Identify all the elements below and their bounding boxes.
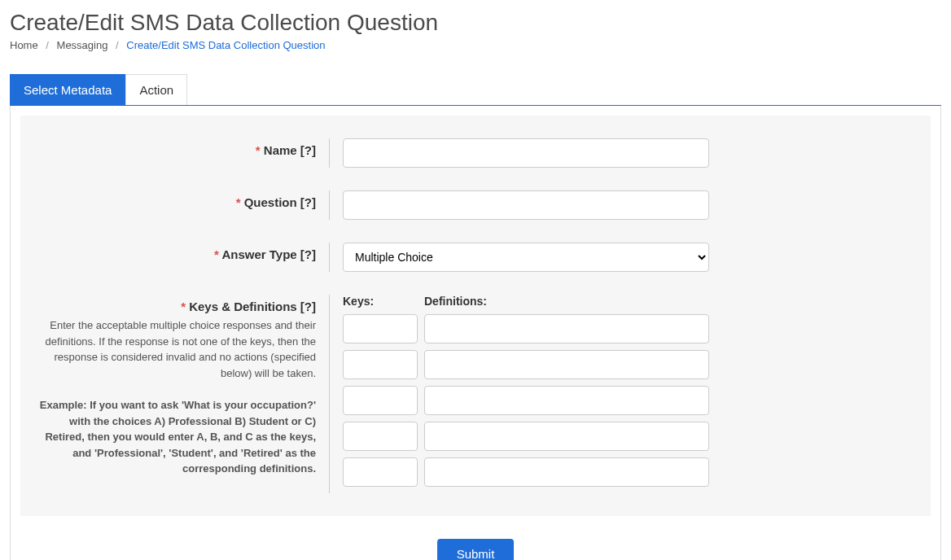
required-marker: * [181, 300, 186, 313]
key-input[interactable] [343, 386, 418, 415]
keys-definitions-label-text: Keys & Definitions [189, 300, 297, 313]
input-col [330, 190, 916, 220]
question-input[interactable] [343, 190, 709, 220]
keys-header: Keys: [343, 295, 418, 308]
required-marker: * [256, 143, 261, 157]
form-row-keys-definitions: * Keys & Definitions [?] Enter the accep… [35, 295, 916, 493]
tab-action[interactable]: Action [125, 74, 187, 105]
breadcrumb-messaging[interactable]: Messaging [57, 39, 108, 51]
key-input[interactable] [343, 422, 418, 451]
submit-button[interactable]: Submit [437, 539, 515, 560]
key-input[interactable] [343, 457, 418, 487]
input-col: Multiple Choice [330, 243, 916, 272]
tab-select-metadata[interactable]: Select Metadata [10, 74, 125, 105]
key-def-row [343, 314, 916, 343]
form-row-question: * Question [?] [35, 190, 916, 220]
key-def-row [343, 457, 916, 487]
label-col: * Name [?] [35, 138, 330, 168]
breadcrumb-separator: / [116, 39, 119, 51]
keys-definitions-label: * Keys & Definitions [?] [181, 300, 316, 313]
definition-input[interactable] [424, 386, 709, 415]
required-marker: * [214, 247, 219, 261]
keys-definitions-example: Example: If you want to ask 'What is you… [35, 397, 316, 477]
key-def-row [343, 386, 916, 415]
breadcrumb-home[interactable]: Home [10, 39, 38, 51]
label-col: * Answer Type [?] [35, 243, 330, 272]
keys-definitions-header: Keys: Definitions: [343, 295, 916, 308]
tab-content: * Name [?] * Question [?] [10, 106, 941, 560]
definition-input[interactable] [424, 422, 709, 451]
answer-type-select[interactable]: Multiple Choice [343, 243, 709, 272]
form-panel: * Name [?] * Question [?] [20, 116, 931, 516]
answer-type-label: * Answer Type [?] [214, 247, 316, 261]
label-col: * Keys & Definitions [?] Enter the accep… [35, 295, 330, 493]
help-icon[interactable]: [?] [300, 247, 316, 261]
page-title: Create/Edit SMS Data Collection Question [10, 10, 941, 36]
breadcrumb-separator: / [46, 39, 49, 51]
input-col: Keys: Definitions: [330, 295, 916, 493]
form-row-name: * Name [?] [35, 138, 916, 168]
question-label-text: Question [244, 195, 297, 209]
key-def-row [343, 422, 916, 451]
key-input[interactable] [343, 314, 418, 343]
keys-definitions-section: * Keys & Definitions [?] Enter the accep… [35, 295, 916, 493]
tabs: Select Metadata Action [10, 74, 941, 106]
name-label-text: Name [264, 143, 297, 157]
definition-input[interactable] [424, 314, 709, 343]
label-col: * Question [?] [35, 190, 330, 220]
key-def-row [343, 350, 916, 379]
required-marker: * [236, 195, 241, 209]
form-row-answer-type: * Answer Type [?] Multiple Choice [35, 243, 916, 272]
question-label: * Question [?] [236, 195, 316, 209]
keys-definitions-description: Enter the acceptable multiple choice res… [35, 317, 316, 381]
help-icon[interactable]: [?] [300, 195, 316, 209]
breadcrumb: Home / Messaging / Create/Edit SMS Data … [10, 39, 941, 51]
definition-input[interactable] [424, 457, 709, 487]
input-col [330, 138, 916, 168]
definition-input[interactable] [424, 350, 709, 379]
name-input[interactable] [343, 138, 709, 168]
definitions-header: Definitions: [424, 295, 487, 308]
breadcrumb-current: Create/Edit SMS Data Collection Question [126, 39, 325, 51]
help-icon[interactable]: [?] [300, 143, 316, 157]
key-input[interactable] [343, 350, 418, 379]
name-label: * Name [?] [256, 143, 316, 157]
help-icon[interactable]: [?] [300, 300, 316, 313]
answer-type-label-text: Answer Type [221, 247, 296, 261]
submit-row: Submit [20, 539, 931, 560]
